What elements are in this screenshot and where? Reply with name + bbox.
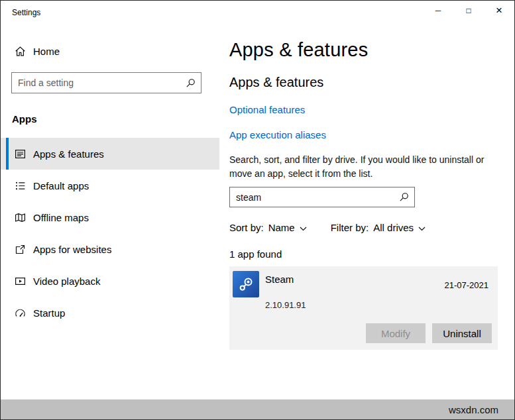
search-icon[interactable] xyxy=(180,73,201,93)
app-version: 2.10.91.91 xyxy=(265,300,306,310)
main-content: Apps & features Apps & features Optional… xyxy=(219,25,514,399)
section-title: Apps & features xyxy=(229,75,496,90)
result-count: 1 app found xyxy=(229,248,496,260)
app-row: Steam 2.10.91.91 21-07-2021 xyxy=(232,270,492,310)
settings-search-box xyxy=(11,72,201,93)
minimize-button[interactable]: ─ xyxy=(423,1,453,21)
sidebar-item-label: Startup xyxy=(33,307,65,319)
description-text: Search, sort, and filter by drive. If yo… xyxy=(229,153,496,181)
app-buttons: Modify Uninstall xyxy=(232,323,492,343)
sidebar-item-startup[interactable]: Startup xyxy=(1,297,219,329)
window-title: Settings xyxy=(1,1,40,17)
window-controls: ─ □ × xyxy=(423,1,514,21)
sidebar-home-label: Home xyxy=(33,46,60,57)
chevron-down-icon xyxy=(300,227,307,231)
sidebar-item-label: Default apps xyxy=(33,180,89,191)
sidebar-nav: Apps & features Default apps Offline map… xyxy=(1,138,219,329)
apps-features-icon xyxy=(15,148,26,160)
app-list-item[interactable]: Steam 2.10.91.91 21-07-2021 Modify Unins… xyxy=(229,266,498,350)
sidebar-item-apps-for-websites[interactable]: Apps for websites xyxy=(1,233,219,265)
uninstall-button[interactable]: Uninstall xyxy=(432,323,492,343)
sidebar-item-label: Offline maps xyxy=(33,212,89,223)
settings-window: Settings ─ □ × Home Apps xyxy=(0,0,515,420)
steam-app-icon xyxy=(233,271,259,297)
sort-by-dropdown[interactable]: Sort by: Name xyxy=(229,222,307,233)
offline-maps-icon xyxy=(15,212,26,223)
app-search-input[interactable] xyxy=(230,192,393,203)
page-title: Apps & features xyxy=(229,39,496,61)
titlebar: Settings ─ □ × xyxy=(1,1,514,25)
sort-by-label: Sort by: xyxy=(229,222,264,233)
watermark: wsxdn.com xyxy=(1,399,514,419)
startup-icon xyxy=(15,307,26,319)
sidebar: Home Apps Apps & features xyxy=(1,25,219,399)
sidebar-item-video-playback[interactable]: Video playback xyxy=(1,265,219,297)
app-install-date: 21-07-2021 xyxy=(445,280,493,290)
filter-by-value: All drives xyxy=(373,222,414,233)
chevron-down-icon xyxy=(418,227,426,231)
sidebar-item-apps-features[interactable]: Apps & features xyxy=(1,138,219,170)
settings-search-input[interactable] xyxy=(12,78,180,88)
app-search-box xyxy=(229,187,415,207)
app-text: Steam 2.10.91.91 xyxy=(265,270,306,310)
sidebar-item-label: Apps & features xyxy=(33,148,104,160)
app-name: Steam xyxy=(265,274,306,285)
sidebar-item-label: Apps for websites xyxy=(33,244,111,255)
app-execution-aliases-link[interactable]: App execution aliases xyxy=(229,129,326,140)
sidebar-item-label: Video playback xyxy=(33,276,100,287)
home-icon xyxy=(15,46,26,57)
optional-features-link[interactable]: Optional features xyxy=(229,104,305,115)
sort-by-value: Name xyxy=(268,222,295,233)
sidebar-item-offline-maps[interactable]: Offline maps xyxy=(1,201,219,233)
video-playback-icon xyxy=(15,276,26,287)
modify-button[interactable]: Modify xyxy=(366,323,426,343)
filters-row: Sort by: Name Filter by: All drives xyxy=(229,222,496,233)
apps-for-websites-icon xyxy=(15,244,26,255)
maximize-button[interactable]: □ xyxy=(453,1,484,21)
sidebar-item-home[interactable]: Home xyxy=(1,38,219,64)
sidebar-item-default-apps[interactable]: Default apps xyxy=(1,170,219,201)
filter-by-label: Filter by: xyxy=(331,222,369,233)
filter-by-dropdown[interactable]: Filter by: All drives xyxy=(331,222,426,233)
sidebar-section-apps: Apps xyxy=(12,113,219,125)
search-icon[interactable] xyxy=(393,187,414,207)
close-button[interactable]: × xyxy=(484,1,514,21)
default-apps-icon xyxy=(15,180,26,191)
